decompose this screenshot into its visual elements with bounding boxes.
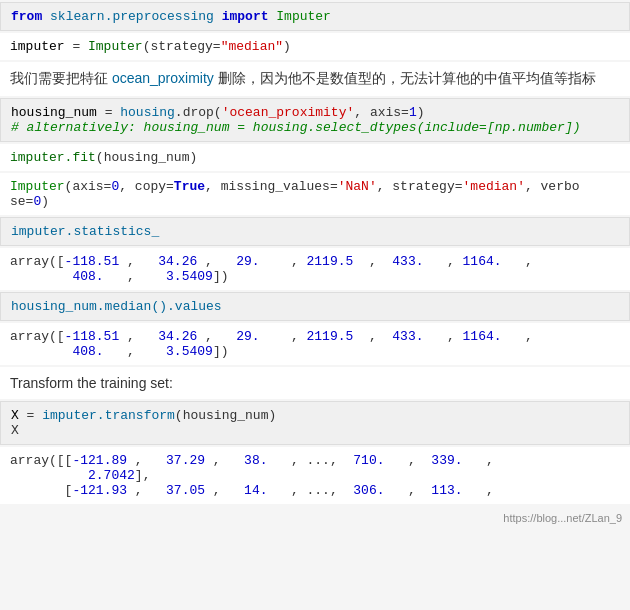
var-statistics: imputer.statistics_ bbox=[11, 224, 159, 239]
description-2: Transform the training set: bbox=[0, 367, 630, 399]
imputer-output: Imputer bbox=[10, 179, 65, 194]
code-cell-4: housing_num.median().values bbox=[0, 292, 630, 321]
var-x: X bbox=[11, 408, 19, 423]
output-cell-3: Imputer(axis=0, copy=True, missing_value… bbox=[0, 173, 630, 215]
page: from sklearn.preprocessing import Impute… bbox=[0, 2, 630, 526]
feature-name: ocean_proximity bbox=[112, 70, 214, 86]
median-values: housing_num.median().values bbox=[11, 299, 222, 314]
fn-transform: imputer.transform bbox=[42, 408, 175, 423]
fn-imputer: Imputer bbox=[88, 39, 143, 54]
output-cell-4: array([-118.51 , 34.26 , 29. , 2119.5 , … bbox=[0, 248, 630, 290]
var-housing-num: housing_num bbox=[11, 105, 97, 120]
output-cell-1: imputer = Imputer(strategy="median") bbox=[0, 33, 630, 60]
keyword-import: import bbox=[222, 9, 269, 24]
description-1: 我们需要把特征 ocean_proximity 删除，因为他不是数值型的，无法计… bbox=[0, 62, 630, 96]
code-cell-3: imputer.statistics_ bbox=[0, 217, 630, 246]
code-cell-1: from sklearn.preprocessing import Impute… bbox=[0, 2, 630, 31]
output-cell-6: array([[-121.89 , 37.29 , 38. , ..., 710… bbox=[0, 447, 630, 504]
code-cell-5: X = imputer.transform(housing_num) X bbox=[0, 401, 630, 445]
output-cell-2: imputer.fit(housing_num) bbox=[0, 144, 630, 171]
fn-fit: imputer.fit bbox=[10, 150, 96, 165]
code-cell-2: housing_num = housing.drop('ocean_proxim… bbox=[0, 98, 630, 142]
num-1: 1 bbox=[409, 105, 417, 120]
keyword-from: from bbox=[11, 9, 42, 24]
comment-alt: # alternatively: housing_num = housing.s… bbox=[11, 120, 581, 135]
str-ocean: 'ocean_proximity' bbox=[222, 105, 355, 120]
content-area: from sklearn.preprocessing import Impute… bbox=[0, 2, 630, 526]
watermark: https://blog...net/ZLan_9 bbox=[503, 512, 622, 524]
str-median: "median" bbox=[221, 39, 283, 54]
var-imputer: imputer bbox=[10, 39, 65, 54]
var-housing: housing bbox=[120, 105, 175, 120]
class-name: Imputer bbox=[276, 9, 331, 24]
output-cell-5: array([-118.51 , 34.26 , 29. , 2119.5 , … bbox=[0, 323, 630, 365]
module-name: sklearn.preprocessing bbox=[50, 9, 214, 24]
